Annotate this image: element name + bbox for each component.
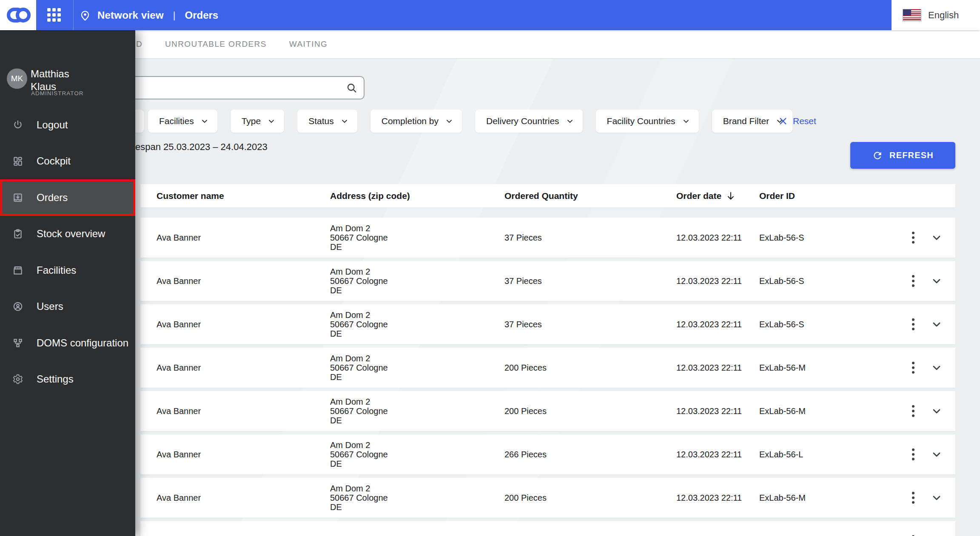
kebab-menu-icon[interactable] bbox=[904, 315, 923, 334]
row-expand-chevron-icon[interactable] bbox=[927, 402, 946, 420]
storefront-icon bbox=[12, 264, 24, 276]
filter-status[interactable]: Status bbox=[297, 110, 357, 133]
cell-address: Am Dom 2 bbox=[330, 521, 370, 536]
filter-facility-countries[interactable]: Facility Countries bbox=[596, 110, 699, 133]
cell-order-id: ExLab-56-M bbox=[759, 478, 806, 518]
row-expand-chevron-icon[interactable] bbox=[927, 315, 946, 334]
header-address[interactable]: Address (zip code) bbox=[330, 184, 410, 207]
refresh-button[interactable]: REFRESH bbox=[850, 142, 955, 169]
filter-label: Type bbox=[242, 116, 261, 126]
row-expand-chevron-icon[interactable] bbox=[927, 358, 946, 377]
sidebar-item-cockpit[interactable]: Cockpit bbox=[0, 143, 135, 180]
chevron-down-icon bbox=[267, 117, 276, 125]
search-input[interactable] bbox=[111, 77, 340, 99]
kebab-menu-icon[interactable] bbox=[904, 402, 923, 420]
cell-ordered-quantity: 200 Pieces bbox=[504, 478, 547, 518]
tab-list: UNROUTABLE ORDERSWAITING bbox=[165, 30, 328, 58]
cell-order-date: 12.03.2023 22:11 bbox=[676, 478, 742, 518]
logout-button[interactable]: Logout bbox=[0, 107, 135, 143]
hierarchy-icon bbox=[12, 337, 24, 349]
tab-partial[interactable]: D bbox=[136, 40, 142, 49]
cell-order-date: 12.03.2023 22:11 bbox=[676, 261, 742, 301]
language-selector[interactable]: English bbox=[892, 0, 980, 30]
sidebar-item-facilities[interactable]: Facilities bbox=[0, 252, 135, 289]
refresh-icon bbox=[872, 150, 883, 161]
row-expand-chevron-icon[interactable] bbox=[927, 445, 946, 464]
header-order-date[interactable]: Order date bbox=[676, 184, 736, 207]
cell-ordered-quantity: 266 Pieces bbox=[504, 434, 547, 474]
chevron-down-icon bbox=[445, 117, 453, 125]
cell-address: Am Dom 250667 CologneDE bbox=[330, 218, 388, 258]
kebab-menu-icon[interactable] bbox=[904, 358, 923, 377]
tab-unroutable-orders[interactable]: UNROUTABLE ORDERS bbox=[165, 40, 267, 49]
user-name: MatthiasKlaus bbox=[31, 68, 69, 93]
cell-order-id: ExLab-56-S bbox=[759, 304, 804, 344]
header-customer-name[interactable]: Customer name bbox=[157, 184, 224, 207]
kebab-menu-icon[interactable] bbox=[904, 532, 923, 536]
topbar-blue-section: Network view | Orders bbox=[36, 0, 892, 30]
sidebar-item-stock-overview[interactable]: Stock overview bbox=[0, 216, 135, 252]
close-x-icon bbox=[778, 116, 788, 126]
kebab-menu-icon[interactable] bbox=[904, 488, 923, 507]
filter-completion-by[interactable]: Completion by bbox=[370, 110, 462, 133]
page-title: Orders bbox=[185, 9, 219, 21]
clipboard-check-icon bbox=[12, 228, 24, 240]
sort-arrow-down-icon bbox=[726, 190, 736, 201]
cell-ordered-quantity: 37 Pieces bbox=[504, 218, 542, 258]
title-separator: | bbox=[173, 10, 176, 21]
kebab-menu-icon[interactable] bbox=[904, 272, 923, 290]
cell-customer-name: Ava Banner bbox=[157, 478, 201, 518]
dashboard-icon bbox=[12, 155, 24, 167]
sidebar-item-label: Facilities bbox=[37, 264, 76, 276]
cell-address: Am Dom 250667 CologneDE bbox=[330, 304, 388, 344]
sidebar-item-doms-configuration[interactable]: DOMS configuration bbox=[0, 325, 135, 361]
header-ordered-quantity[interactable]: Ordered Quantity bbox=[504, 184, 578, 207]
filter-delivery-countries[interactable]: Delivery Countries bbox=[475, 110, 583, 133]
sidebar-drawer: MK MatthiasKlaus ADMINISTRATOR LogoutCoc… bbox=[0, 30, 135, 536]
chevron-down-icon bbox=[566, 117, 574, 125]
cell-ordered-quantity: 37 Pieces bbox=[504, 261, 542, 301]
table-row: Ava BannerAm Dom 250667 CologneDE200 Pie… bbox=[140, 348, 955, 388]
cell-ordered-quantity: 200 Pieces bbox=[504, 391, 547, 431]
chevron-down-icon bbox=[340, 117, 349, 125]
filter-type[interactable]: Type bbox=[231, 110, 285, 133]
main-content: FacilitiesTypeStatusCompletion byDeliver… bbox=[0, 59, 980, 536]
kebab-menu-icon[interactable] bbox=[904, 445, 923, 464]
avatar: MK bbox=[7, 68, 27, 89]
filter-label: Facilities bbox=[159, 116, 194, 126]
tab-waiting[interactable]: WAITING bbox=[289, 40, 328, 49]
cell-customer-name: Ava Banner bbox=[157, 348, 201, 388]
user-role: ADMINISTRATOR bbox=[31, 90, 84, 96]
row-expand-chevron-icon[interactable] bbox=[927, 228, 946, 247]
language-label: English bbox=[928, 10, 959, 21]
cell-order-date: 12.03.2023 22:11 bbox=[676, 348, 742, 388]
chevron-down-icon bbox=[200, 117, 209, 125]
search-icon[interactable] bbox=[340, 77, 364, 99]
cell-address: Am Dom 250667 CologneDE bbox=[330, 391, 388, 431]
location-pin-icon bbox=[79, 9, 91, 22]
row-expand-chevron-icon[interactable] bbox=[927, 272, 946, 290]
kebab-menu-icon[interactable] bbox=[904, 228, 923, 247]
tab-bar: D UNROUTABLE ORDERSWAITING bbox=[0, 30, 980, 59]
sidebar-item-label: Logout bbox=[37, 119, 68, 131]
sidebar-item-users[interactable]: Users bbox=[0, 289, 135, 325]
cell-order-id: ExLab-56-S bbox=[759, 218, 804, 258]
filter-label: Status bbox=[308, 116, 334, 126]
cell-customer-name: Ava Banner bbox=[157, 434, 201, 474]
cell-order-date: 12.03.2023 22:11 bbox=[676, 434, 742, 474]
cell-order-date: 12.03.2023 22:11 bbox=[676, 218, 742, 258]
row-expand-chevron-icon[interactable] bbox=[927, 488, 946, 507]
cell-order-id: ExLab-56-M bbox=[759, 391, 806, 431]
cell-order-date: 12.03.2023 22:11 bbox=[676, 304, 742, 344]
reset-filters-button[interactable]: Reset bbox=[778, 110, 816, 133]
row-expand-chevron-icon[interactable] bbox=[927, 532, 946, 536]
refresh-label: REFRESH bbox=[889, 150, 934, 160]
cell-address: Am Dom 250667 CologneDE bbox=[330, 348, 388, 388]
header-order-id[interactable]: Order ID bbox=[759, 184, 795, 207]
filter-facilities[interactable]: Facilities bbox=[148, 110, 217, 133]
apps-grid-icon[interactable] bbox=[47, 8, 62, 23]
sidebar-item-orders[interactable]: Orders bbox=[0, 179, 135, 216]
sidebar-item-label: Users bbox=[37, 301, 63, 312]
filter-label: Facility Countries bbox=[607, 116, 675, 126]
sidebar-item-settings[interactable]: Settings bbox=[0, 361, 135, 398]
